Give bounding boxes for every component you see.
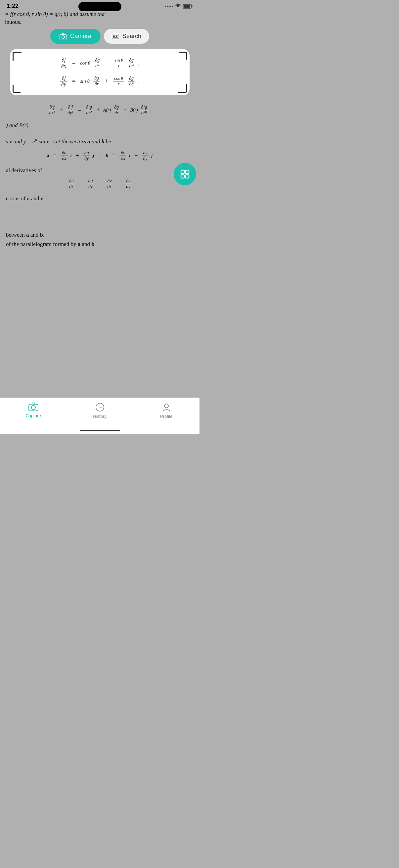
- eq-sign-1: =: [72, 60, 75, 66]
- cos-theta-1: cos θ: [80, 60, 90, 66]
- period-2: .: [151, 107, 152, 113]
- bold-i-1: i: [70, 153, 72, 158]
- ctions-text: ctions of u and v.: [3, 194, 196, 203]
- frac-costheta-r: cos θ r: [113, 76, 124, 87]
- top-math-line: = f(r cos θ, r sin θ) = g(r, θ) and assu…: [3, 11, 196, 18]
- frac-dv-dy-2: ∂v ∂y: [125, 179, 132, 189]
- frac-df-dy: ∂f ∂y: [60, 75, 67, 87]
- search-button[interactable]: Search: [104, 29, 149, 44]
- status-icons: [165, 4, 193, 9]
- plus-1: +: [105, 78, 108, 85]
- al-derivatives-text: al derivatives of: [3, 166, 196, 175]
- eq-4: =: [53, 152, 57, 159]
- capture-button[interactable]: [174, 163, 196, 185]
- frac-dg-dr-1: ∂g ∂r: [94, 58, 101, 68]
- frac-d2g-dr2: ∂²g ∂r²: [85, 104, 93, 116]
- profile-tab-icon: [162, 403, 171, 412]
- svg-rect-13: [113, 37, 118, 38]
- minus-1: −: [105, 60, 109, 66]
- tab-capture[interactable]: Capture: [0, 403, 67, 418]
- plus-6: +: [134, 152, 138, 159]
- frac-d2f-dy2: ∂²f ∂y²: [66, 104, 74, 116]
- svg-rect-17: [186, 175, 189, 178]
- frac-dg-dr-3: ∂g ∂r: [113, 104, 120, 116]
- bold-j-1: j: [93, 153, 94, 158]
- bold-j-2: j: [152, 153, 153, 158]
- svg-rect-7: [114, 35, 115, 36]
- and-br-text: ) and B(r).: [3, 120, 196, 131]
- search-button-label: Search: [123, 33, 141, 40]
- vector-text-line1: s v and y = eu sin v. Let the vectors a …: [3, 135, 196, 147]
- bold-i-2: i: [129, 153, 130, 158]
- main-equation-section: ∂²f ∂x² + ∂²f ∂y² = ∂²g ∂r² + A(r) ∂g ∂r: [3, 101, 196, 119]
- svg-point-21: [164, 404, 168, 408]
- camera-button[interactable]: Camera: [50, 29, 101, 44]
- status-bar: 1:22: [0, 0, 199, 11]
- frac-dg-dtheta-1: ∂g ∂θ: [128, 58, 135, 68]
- svg-point-19: [31, 406, 35, 409]
- battery-icon: [183, 4, 193, 9]
- frac-df-dx: ∂f ∂x: [60, 57, 67, 69]
- plus-5: +: [76, 152, 79, 159]
- tab-history-label: History: [93, 414, 106, 419]
- Ar-term: A(r): [103, 107, 111, 113]
- formula-row-2: ∂f ∂y = sin θ ∂g ∂r + cos θ r: [20, 75, 180, 87]
- svg-rect-3: [60, 35, 67, 39]
- eq-sign-2: =: [72, 78, 75, 85]
- vector-eq-row: a = ∂u ∂x i + ∂u ∂y j , b = ∂v ∂x i: [8, 150, 191, 161]
- action-buttons: Camera Search: [3, 29, 196, 44]
- bold-b: b: [106, 153, 108, 158]
- period-1: .: [138, 79, 140, 85]
- four-fracs-section: ∂u ∂x , ∂u ∂y , ∂v ∂x , ∂v ∂y: [3, 175, 196, 193]
- content-area: = f(r cos θ, r sin θ) = g(r, θ) and assu…: [0, 11, 199, 249]
- sin-theta-2: sin θ: [80, 79, 90, 84]
- signal-dots: [165, 6, 173, 7]
- frac-dv-dx-2: ∂v ∂x: [106, 179, 113, 189]
- capture-tab-icon: [29, 403, 38, 411]
- plus-3: +: [97, 106, 100, 114]
- tab-history[interactable]: History: [67, 403, 133, 419]
- wifi-icon: [175, 4, 181, 9]
- home-indicator: [80, 430, 120, 431]
- frac-dv-dy: ∂v ∂y: [142, 150, 148, 161]
- svg-rect-12: [116, 36, 117, 37]
- comma-1: ,: [138, 60, 140, 66]
- comma-3: ,: [80, 181, 82, 187]
- frac-dv-dx: ∂v ∂x: [120, 150, 126, 161]
- svg-rect-6: [113, 35, 114, 36]
- tab-capture-label: Capture: [26, 413, 41, 418]
- comma-4: ,: [99, 181, 101, 187]
- svg-rect-15: [186, 170, 189, 174]
- corner-tr: [179, 52, 187, 60]
- frac-d2g-dtheta2: ∂²g ∂θ²: [140, 104, 148, 116]
- svg-point-4: [62, 36, 65, 38]
- tab-bar: Capture History Profile: [0, 398, 199, 434]
- camera-icon: [60, 33, 67, 39]
- vector-eq-section: a = ∂u ∂x i + ∂u ∂y j , b = ∂v ∂x i: [3, 147, 196, 164]
- history-tab-icon: [95, 403, 104, 412]
- dynamic-island: [78, 2, 122, 11]
- plus-2: +: [60, 106, 63, 114]
- bold-a: a: [47, 153, 49, 158]
- keyboard-icon: [112, 34, 119, 39]
- frac-dg-dtheta-2: ∂g ∂θ: [128, 76, 135, 87]
- formula-display: ∂f ∂x = cos θ ∂g ∂r − sin θ r: [16, 57, 183, 87]
- plus-4: +: [124, 106, 127, 114]
- frac-sintheta-r: sin θ r: [113, 58, 124, 68]
- frac-dg-dr-2: ∂g ∂r: [93, 76, 100, 87]
- main-eq-row: ∂²f ∂x² + ∂²f ∂y² = ∂²g ∂r² + A(r) ∂g ∂r: [8, 104, 191, 116]
- svg-rect-2: [192, 5, 193, 7]
- between-text: between a and b.: [3, 230, 196, 240]
- frac-du-dy: ∂u ∂y: [83, 150, 90, 161]
- Br-term: B(r): [130, 107, 138, 113]
- frac-du-dx-2: ∂u ∂x: [68, 179, 75, 189]
- camera-button-label: Camera: [70, 33, 91, 40]
- comma-2: ,: [100, 153, 101, 158]
- frac-du-dy-2: ∂u ∂y: [87, 179, 94, 189]
- corner-bl: [12, 85, 21, 93]
- svg-rect-8: [116, 35, 117, 36]
- svg-rect-9: [117, 35, 118, 36]
- tab-profile[interactable]: Profile: [133, 403, 199, 419]
- parallelogram-text: of the parallelogram formed by a and b: [3, 240, 196, 249]
- tab-profile-label: Profile: [160, 414, 172, 419]
